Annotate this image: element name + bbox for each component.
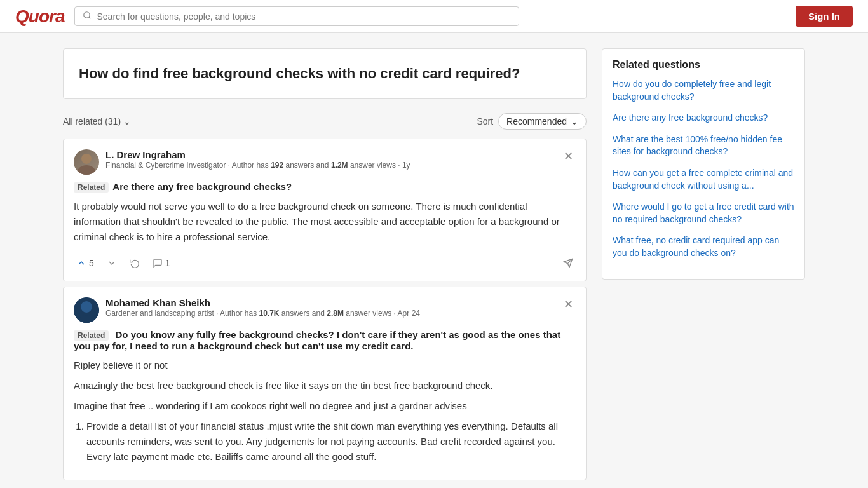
close-button[interactable]: ✕ <box>561 297 576 311</box>
related-link[interactable]: How do you do completely free and legit … <box>613 78 794 103</box>
svg-line-1 <box>89 17 91 19</box>
author-name: L. Drew Ingraham <box>105 149 410 160</box>
author-details: Mohamed Khan Sheikh Gardener and landsca… <box>105 297 420 319</box>
page-content: How do find free background checks with … <box>53 33 815 488</box>
all-related-filter[interactable]: All related (31) ⌄ <box>63 116 131 126</box>
svg-point-2 <box>81 154 92 164</box>
retry-button[interactable] <box>127 255 142 271</box>
comment-count: 1 <box>165 258 170 268</box>
svg-point-0 <box>84 12 90 18</box>
related-question-block: Related Do you know any fully free backg… <box>74 329 576 351</box>
related-questions-card: Related questions How do you do complete… <box>602 48 805 280</box>
avatar <box>74 297 99 323</box>
related-link[interactable]: What free, no credit card required app c… <box>613 234 794 259</box>
quora-logo[interactable]: Quora <box>15 6 64 27</box>
chevron-down-icon: ⌄ <box>571 116 578 126</box>
author-name: Mohamed Khan Sheikh <box>105 297 420 308</box>
chevron-down-icon: ⌄ <box>123 116 131 126</box>
related-link[interactable]: Where would I go to get a free credit ca… <box>613 201 794 226</box>
close-button[interactable]: ✕ <box>561 149 576 163</box>
related-tag: Related <box>74 330 109 341</box>
author-info: Mohamed Khan Sheikh Gardener and landsca… <box>74 297 420 323</box>
answer-body: Ripley believe it or not Amazingly the b… <box>74 358 576 464</box>
related-link[interactable]: What are the best 100% free/no hidden fe… <box>613 133 794 158</box>
svg-point-7 <box>81 301 92 313</box>
related-question: Are there any free background checks? <box>112 181 292 192</box>
search-icon <box>83 11 92 22</box>
upvote-button[interactable]: 5 <box>74 255 97 271</box>
answer-header: Mohamed Khan Sheikh Gardener and landsca… <box>74 297 576 323</box>
author-meta: Gardener and landscaping artist · Author… <box>105 308 420 319</box>
sidebar: Related questions How do you do complete… <box>602 48 805 485</box>
related-question: Do you know any fully free background ch… <box>74 329 560 351</box>
sort-dropdown[interactable]: Recommended ⌄ <box>498 113 587 130</box>
sort-value: Recommended <box>506 116 567 126</box>
sort-label: Sort <box>477 116 493 126</box>
comment-button[interactable]: 1 <box>150 255 173 271</box>
sign-in-button[interactable]: Sign In <box>796 6 853 27</box>
answer-list: Provide a detail list of your financial … <box>74 419 576 464</box>
all-related-label: All related (31) <box>63 116 121 126</box>
author-details: L. Drew Ingraham Financial & Cybercrime … <box>105 149 410 171</box>
search-input[interactable] <box>97 11 511 22</box>
avatar <box>74 149 99 175</box>
header: Quora Sign In <box>0 0 868 33</box>
downvote-button[interactable] <box>104 255 119 271</box>
answer-body: It probably would not serve you well to … <box>74 199 576 245</box>
related-question-block: RelatedAre there any free background che… <box>74 181 576 193</box>
share-button[interactable] <box>560 255 576 271</box>
related-link[interactable]: Are there any free background checks? <box>613 112 794 125</box>
action-bar: 5 1 <box>74 250 576 271</box>
question-card: How do find free background checks with … <box>63 48 587 99</box>
search-bar <box>74 6 519 26</box>
question-title: How do find free background checks with … <box>79 64 571 83</box>
main-column: How do find free background checks with … <box>63 48 587 485</box>
related-tag: Related <box>74 182 109 193</box>
upvote-count: 5 <box>89 258 94 268</box>
sidebar-title: Related questions <box>613 59 794 71</box>
answers-header: All related (31) ⌄ Sort Recommended ⌄ <box>63 107 587 136</box>
author-info: L. Drew Ingraham Financial & Cybercrime … <box>74 149 410 175</box>
svg-point-3 <box>78 165 95 175</box>
list-item: Provide a detail list of your financial … <box>86 419 576 464</box>
answer-header: L. Drew Ingraham Financial & Cybercrime … <box>74 149 576 175</box>
sort-area: Sort Recommended ⌄ <box>477 113 587 130</box>
answer-card: Mohamed Khan Sheikh Gardener and landsca… <box>63 287 587 480</box>
author-meta: Financial & Cybercrime Investigator · Au… <box>105 160 410 171</box>
related-link[interactable]: How can you get a free complete criminal… <box>613 167 794 192</box>
answer-card: L. Drew Ingraham Financial & Cybercrime … <box>63 139 587 281</box>
